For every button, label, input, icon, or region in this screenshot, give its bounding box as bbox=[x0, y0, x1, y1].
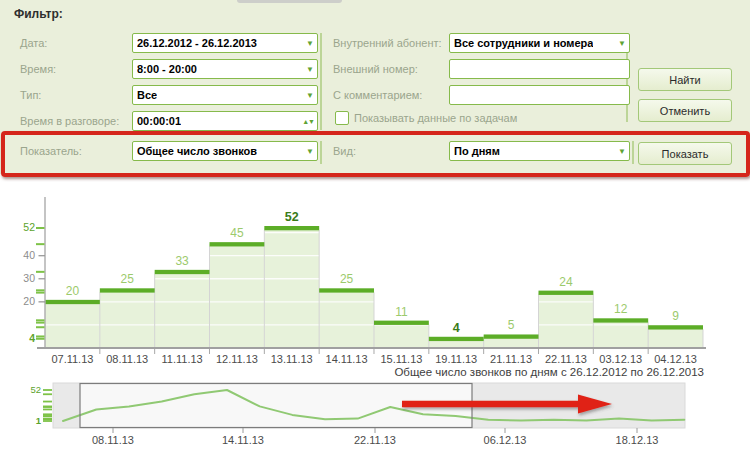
svg-text:5: 5 bbox=[508, 318, 515, 332]
svg-text:1: 1 bbox=[36, 415, 42, 426]
bar-top bbox=[648, 325, 703, 329]
svg-text:52: 52 bbox=[30, 384, 41, 395]
svg-text:4: 4 bbox=[453, 321, 460, 335]
bar[interactable] bbox=[264, 228, 319, 348]
svg-text:25: 25 bbox=[340, 272, 354, 286]
svg-text:22.11.13: 22.11.13 bbox=[545, 353, 587, 365]
svg-text:04.12.13: 04.12.13 bbox=[654, 353, 697, 365]
svg-text:20: 20 bbox=[66, 284, 80, 298]
svg-text:52: 52 bbox=[23, 221, 35, 233]
bar-top bbox=[484, 334, 539, 338]
bar-top bbox=[374, 321, 429, 325]
svg-text:14.11.13: 14.11.13 bbox=[222, 434, 264, 446]
bar[interactable] bbox=[209, 244, 264, 348]
charts-area: 20253345522511452412940302052407.11.1308… bbox=[0, 0, 750, 459]
bar[interactable] bbox=[155, 272, 210, 348]
bar-top bbox=[155, 270, 210, 274]
svg-text:13.11.13: 13.11.13 bbox=[271, 353, 313, 365]
svg-text:18.12.13: 18.12.13 bbox=[616, 434, 659, 446]
svg-text:08.11.13: 08.11.13 bbox=[92, 434, 134, 446]
svg-text:08.11.13: 08.11.13 bbox=[106, 353, 148, 365]
svg-text:4: 4 bbox=[29, 332, 35, 344]
svg-text:30: 30 bbox=[23, 272, 35, 284]
svg-text:22.11.13: 22.11.13 bbox=[354, 434, 396, 446]
svg-text:20: 20 bbox=[23, 295, 35, 307]
bar[interactable] bbox=[648, 327, 703, 348]
svg-text:12: 12 bbox=[614, 302, 628, 316]
bar-top bbox=[209, 242, 264, 246]
svg-text:07.11.13: 07.11.13 bbox=[51, 353, 93, 365]
svg-text:24: 24 bbox=[559, 275, 573, 289]
bar[interactable] bbox=[100, 290, 155, 348]
overview-chart: 52108.11.1314.11.1322.11.1306.12.1318.12… bbox=[30, 383, 685, 446]
svg-text:19.11.13: 19.11.13 bbox=[435, 353, 477, 365]
bar-top bbox=[593, 318, 648, 322]
svg-text:15.11.13: 15.11.13 bbox=[380, 353, 422, 365]
call-statistics-window: Фильтр: Дата: 26.12.2012 - 26.12.2013 ▼ … bbox=[0, 0, 750, 459]
main-bar-chart: 20253345522511452412940302052407.11.1308… bbox=[23, 197, 706, 378]
bar[interactable] bbox=[319, 290, 374, 348]
svg-text:03.12.13: 03.12.13 bbox=[599, 353, 642, 365]
svg-text:11: 11 bbox=[395, 305, 408, 319]
svg-text:Общее число звонков по дням с: Общее число звонков по дням с 26.12.2012… bbox=[394, 366, 704, 378]
svg-text:33: 33 bbox=[175, 254, 189, 268]
bar-top bbox=[264, 226, 319, 230]
svg-text:52: 52 bbox=[285, 210, 299, 224]
svg-text:11.11.13: 11.11.13 bbox=[161, 353, 202, 365]
bar-top bbox=[429, 337, 484, 341]
svg-text:40: 40 bbox=[23, 249, 35, 261]
svg-text:21.11.13: 21.11.13 bbox=[490, 353, 532, 365]
bar-top bbox=[319, 288, 374, 292]
svg-text:12.11.13: 12.11.13 bbox=[216, 353, 258, 365]
bar[interactable] bbox=[538, 293, 593, 348]
svg-text:14.11.13: 14.11.13 bbox=[326, 353, 368, 365]
bar[interactable] bbox=[374, 323, 429, 348]
bar-top bbox=[45, 300, 100, 304]
bar-top bbox=[538, 291, 593, 295]
svg-text:06.12.13: 06.12.13 bbox=[484, 434, 527, 446]
svg-text:25: 25 bbox=[121, 272, 135, 286]
bar-top bbox=[100, 288, 155, 292]
svg-text:9: 9 bbox=[672, 309, 679, 323]
svg-text:45: 45 bbox=[230, 226, 244, 240]
